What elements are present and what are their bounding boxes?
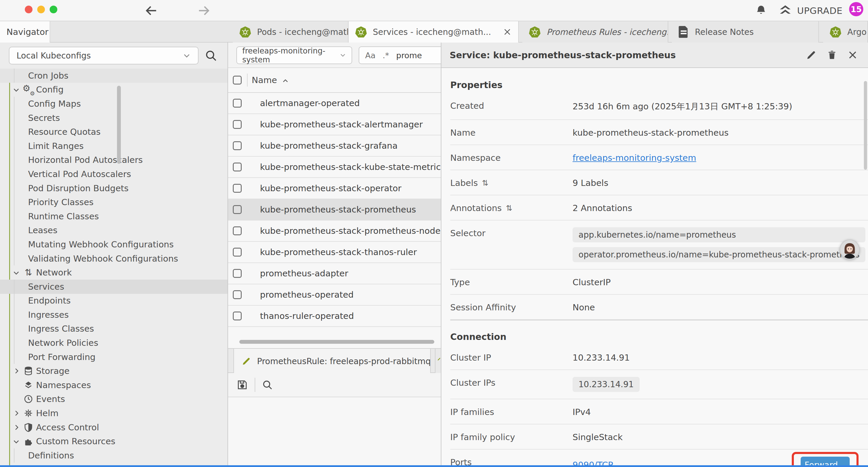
chevron-right-icon[interactable] <box>12 409 20 417</box>
tab-services-icecheng-math[interactable]: Services - icecheng@math... <box>349 21 519 42</box>
namespace-selector[interactable]: freeleaps-monitoring-system <box>236 47 352 64</box>
table-row-thanos-ruler-operated[interactable]: thanos-ruler-operated <box>228 305 441 327</box>
sidebar-item-runtime-classes[interactable]: Runtime Classes <box>0 209 228 224</box>
table-row-alertmanager-operated[interactable]: alertmanager-operated <box>228 93 441 114</box>
notification-count-badge[interactable]: 15 <box>849 2 863 16</box>
close-window-button[interactable] <box>25 6 32 13</box>
ports-list: 9090/TCPForward...8080:reloader-web/TCPF… <box>572 456 868 465</box>
row-checkbox[interactable] <box>233 248 242 257</box>
sidebar-item-events[interactable]: Events <box>0 392 228 406</box>
row-checkbox[interactable] <box>233 205 242 214</box>
sidebar-item-ingress-classes[interactable]: Ingress Classes <box>0 322 228 336</box>
select-all-checkbox[interactable] <box>233 76 242 85</box>
table-row-kube-prometheus-stack-kube-state-metrics[interactable]: kube-prometheus-stack-kube-state-metrics <box>228 157 441 178</box>
tab-argo-se[interactable]: Argo Se <box>823 21 868 42</box>
sidebar-item-cron-jobs[interactable]: Cron Jobs <box>0 68 228 83</box>
tab-release-notes[interactable]: Release Notes <box>672 21 819 42</box>
section-divider <box>450 320 868 320</box>
forward-arrow-icon[interactable] <box>197 4 210 17</box>
sidebar-item-config-maps[interactable]: Config Maps <box>0 97 228 111</box>
table-row-prometheus-operated[interactable]: prometheus-operated <box>228 284 441 305</box>
table-row-kube-prometheus-stack-operator[interactable]: kube-prometheus-stack-operator <box>228 178 441 199</box>
table-row-kube-prometheus-stack-prometheus[interactable]: kube-prometheus-stack-prometheus <box>228 199 441 221</box>
row-checkbox[interactable] <box>233 141 242 150</box>
filter-input[interactable]: Aa .* prome <box>359 47 441 64</box>
sidebar-item-port-forwarding[interactable]: Port Forwarding <box>0 350 228 364</box>
gears-icon: ⚙⚙ <box>23 84 34 95</box>
row-checkbox[interactable] <box>233 120 242 129</box>
tab-prometheus-rules-icecheng[interactable]: Prometheus Rules - icecheng... <box>522 21 668 42</box>
navigator-scrollbar[interactable] <box>117 86 121 164</box>
sort-toggle-icon[interactable]: ⇅ <box>482 179 488 187</box>
sort-toggle-icon[interactable]: ⇅ <box>506 204 512 212</box>
table-row-kube-prometheus-stack-prometheus-node-expor[interactable]: kube-prometheus-stack-prometheus-node-ex… <box>228 221 441 242</box>
table-row-prometheus-adapter[interactable]: prometheus-adapter <box>228 263 441 284</box>
sidebar-item-config[interactable]: ⚙⚙Config <box>0 83 228 97</box>
sidebar-item-network-policies[interactable]: Network Policies <box>0 336 228 350</box>
navigator-search-icon[interactable] <box>205 49 217 62</box>
sidebar-item-services[interactable]: Services <box>0 280 228 294</box>
save-icon[interactable] <box>236 379 248 391</box>
sidebar-item-ingresses[interactable]: Ingresses <box>0 308 228 322</box>
navigator-panel-tab[interactable]: Navigator <box>0 21 50 42</box>
table-row-kube-prometheus-stack-thanos-ruler[interactable]: kube-prometheus-stack-thanos-ruler <box>228 242 441 263</box>
minimize-window-button[interactable] <box>37 6 45 13</box>
detail-scrollbar[interactable] <box>864 81 867 170</box>
sidebar-item-horizontal-pod-autoscalers[interactable]: Horizontal Pod Autoscalers <box>0 153 228 167</box>
row-checkbox[interactable] <box>233 184 242 193</box>
kubeconfig-selector[interactable]: Local Kubeconfigs <box>9 47 198 64</box>
avatar[interactable] <box>840 239 860 260</box>
editor-search-icon[interactable] <box>262 379 273 390</box>
row-checkbox[interactable] <box>233 99 242 108</box>
sidebar-item-leases[interactable]: Leases <box>0 224 228 238</box>
table-row-kube-prometheus-stack-alertmanager[interactable]: kube-prometheus-stack-alertmanager <box>228 114 441 135</box>
notifications-bell-icon[interactable] <box>755 5 767 17</box>
chevron-right-icon[interactable] <box>12 424 20 431</box>
horizontal-scrollbar[interactable] <box>239 340 434 344</box>
row-checkbox[interactable] <box>233 163 242 171</box>
sidebar-item-label: Ingress Classes <box>28 324 94 334</box>
namespace-link[interactable]: freeleaps-monitoring-system <box>572 152 696 163</box>
sidebar-item-secrets[interactable]: Secrets <box>0 111 228 125</box>
sidebar-item-limit-ranges[interactable]: Limit Ranges <box>0 139 228 153</box>
editor-tab-partial[interactable] <box>435 349 441 374</box>
sidebar-item-validating-webhook-configurations[interactable]: Validating Webhook Configurations <box>0 252 228 266</box>
row-checkbox[interactable] <box>233 226 242 235</box>
row-checkbox[interactable] <box>233 312 242 320</box>
row-checkbox[interactable] <box>233 290 242 299</box>
tab-pods-icecheng-mathmas[interactable]: Pods - icecheng@mathmas... <box>233 21 349 42</box>
close-icon[interactable] <box>847 50 858 60</box>
sidebar-item-endpoints[interactable]: Endpoints <box>0 294 228 308</box>
sidebar-item-storage[interactable]: Storage <box>0 364 228 378</box>
chevron-down-icon[interactable] <box>12 269 20 276</box>
editor-tab-prometheusrule[interactable]: PrometheusRule: freeleaps-prod-rabbitmq <box>234 349 431 374</box>
delete-trash-icon[interactable] <box>827 50 837 60</box>
table-row-kube-prometheus-stack-grafana[interactable]: kube-prometheus-stack-grafana <box>228 135 441 157</box>
match-case-toggle[interactable]: Aa <box>365 51 375 60</box>
property-row-name: Namekube-prometheus-stack-prometheus <box>450 120 868 145</box>
regex-toggle[interactable]: .* <box>382 51 389 60</box>
close-icon[interactable] <box>503 28 512 36</box>
chevron-down-icon[interactable] <box>12 86 20 93</box>
sidebar-item-vertical-pod-autoscalers[interactable]: Vertical Pod Autoscalers <box>0 167 228 181</box>
chevron-down-icon[interactable] <box>12 437 20 445</box>
sidebar-item-pod-disruption-budgets[interactable]: Pod Disruption Budgets <box>0 181 228 195</box>
sidebar-item-mutating-webhook-configurations[interactable]: Mutating Webhook Configurations <box>0 237 228 252</box>
sidebar-item-priority-classes[interactable]: Priority Classes <box>0 195 228 209</box>
upgrade-button[interactable]: UPGRADE <box>779 5 843 16</box>
sidebar-item-definitions[interactable]: Definitions <box>0 448 228 463</box>
forward-button[interactable]: Forward... <box>801 457 850 465</box>
port-link[interactable]: 9090/TCP <box>572 460 613 465</box>
maximize-window-button[interactable] <box>50 6 57 13</box>
sidebar-item-resource-quotas[interactable]: Resource Quotas <box>0 125 228 139</box>
sidebar-item-access-control[interactable]: Access Control <box>0 420 228 435</box>
back-arrow-icon[interactable] <box>145 4 158 17</box>
sidebar-item-custom-resources[interactable]: Custom Resources <box>0 434 228 448</box>
chevron-right-icon[interactable] <box>12 367 20 375</box>
column-header-name[interactable]: Name <box>252 75 289 85</box>
row-checkbox[interactable] <box>233 269 242 278</box>
sidebar-item-namespaces[interactable]: Namespaces <box>0 378 228 392</box>
sidebar-item-helm[interactable]: Helm <box>0 406 228 420</box>
sidebar-item-network[interactable]: ⇅Network <box>0 265 228 280</box>
edit-pencil-icon[interactable] <box>806 50 816 60</box>
